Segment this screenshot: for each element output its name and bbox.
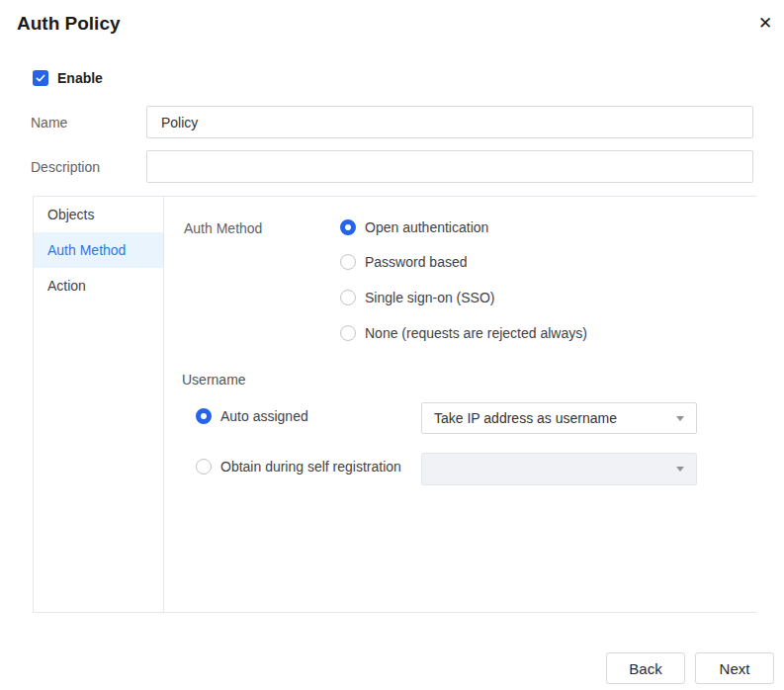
name-input[interactable] [146,106,753,138]
radio-label: Obtain during self registration [220,459,401,474]
description-input[interactable] [146,150,753,183]
radio-single-sign-on[interactable]: Single sign-on (SSO) [340,290,495,305]
radio-unselected-icon[interactable] [340,254,356,270]
radio-none-rejected[interactable]: None (requests are rejected always) [340,325,587,341]
tab-action[interactable]: Action [34,268,163,303]
self-registration-dropdown [421,453,697,485]
radio-selected-icon[interactable] [196,408,212,424]
radio-auto-assigned[interactable]: Auto assigned [196,408,308,424]
radio-selected-icon[interactable] [340,219,356,235]
radio-label: Auto assigned [220,408,308,424]
radio-unselected-icon[interactable] [196,459,212,474]
name-label: Name [31,115,67,130]
radio-label: Single sign-on (SSO) [365,290,495,305]
settings-panel: Objects Auth Method Action Auth Method O… [33,196,757,613]
chevron-down-icon [676,467,684,472]
radio-label: Password based [365,254,468,270]
dropdown-value: Take IP address as username [434,410,668,426]
radio-label: Open authentication [365,219,488,235]
radio-obtain-self-registration[interactable]: Obtain during self registration [196,459,401,474]
dialog-title: Auth Policy [17,13,121,35]
tab-auth-method[interactable]: Auth Method [34,232,163,268]
radio-label: None (requests are rejected always) [365,325,587,341]
auth-policy-dialog: Auth Policy ✕ Enable Name Description Ob… [0,0,784,690]
radio-unselected-icon[interactable] [340,290,356,305]
radio-open-authentication[interactable]: Open authentication [340,219,488,235]
auth-method-label: Auth Method [184,220,262,236]
close-icon[interactable]: ✕ [754,13,776,35]
radio-unselected-icon[interactable] [340,325,356,341]
enable-label: Enable [57,70,103,86]
username-label: Username [182,372,246,388]
radio-password-based[interactable]: Password based [340,254,468,270]
back-button[interactable]: Back [606,652,685,684]
description-label: Description [31,159,100,175]
check-icon [35,72,46,84]
next-button[interactable]: Next [695,652,774,684]
auto-assigned-dropdown[interactable]: Take IP address as username [421,402,697,434]
chevron-down-icon [676,416,684,421]
tab-content: Auth Method Open authentication Password… [164,197,757,612]
enable-checkbox-row[interactable]: Enable [33,70,103,86]
checkbox-checked-icon[interactable] [33,70,48,86]
tab-list: Objects Auth Method Action [34,197,164,612]
tab-objects[interactable]: Objects [34,197,163,232]
